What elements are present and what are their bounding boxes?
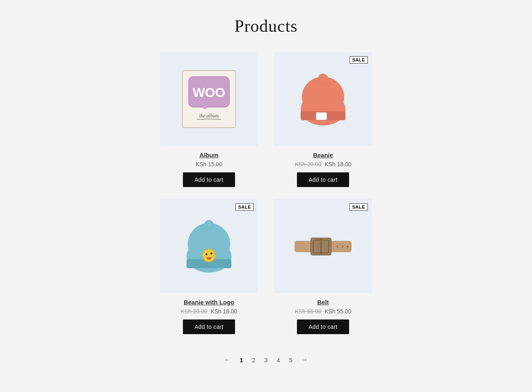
svg-point-13 bbox=[204, 220, 213, 229]
price-album: KSh 15.00 bbox=[196, 161, 222, 167]
svg-rect-8 bbox=[316, 112, 327, 120]
product-name-belt[interactable]: Belt bbox=[317, 299, 329, 306]
price-sale-beanie: KSh 18.00 bbox=[325, 161, 351, 167]
add-to-cart-beanie[interactable]: Add to cart bbox=[297, 172, 349, 187]
svg-text:WOO: WOO bbox=[193, 85, 225, 100]
product-image-beanie-logo[interactable]: SALE bbox=[160, 199, 258, 293]
svg-point-18 bbox=[207, 257, 211, 260]
pagination-page-3[interactable]: 3 bbox=[261, 355, 271, 365]
pagination-page-4[interactable]: 4 bbox=[273, 355, 283, 365]
sale-badge-beanie-logo: SALE bbox=[235, 203, 254, 211]
svg-point-9 bbox=[318, 74, 328, 84]
sale-badge-beanie: SALE bbox=[350, 56, 368, 64]
svg-point-27 bbox=[336, 246, 339, 248]
svg-text:the album: the album bbox=[199, 113, 219, 119]
product-image-belt[interactable]: SALE bbox=[274, 199, 372, 293]
add-to-cart-album[interactable]: Add to cart bbox=[183, 172, 235, 187]
product-card-belt: SALE bbox=[274, 199, 372, 334]
page-title: Products bbox=[235, 16, 298, 36]
svg-point-28 bbox=[342, 246, 344, 248]
pagination: ← 1 2 3 4 5 → bbox=[221, 355, 311, 365]
product-image-album[interactable]: WOO the album bbox=[160, 52, 258, 146]
price-sale-belt: KSh 55.00 bbox=[325, 308, 351, 315]
price-beanie: KSh 20.00 KSh 18.00 bbox=[295, 161, 352, 167]
album-illustration: WOO the album bbox=[174, 64, 244, 134]
svg-point-16 bbox=[211, 253, 213, 255]
pagination-page-2[interactable]: 2 bbox=[248, 355, 258, 365]
price-sale-beanie-logo: KSh 18.00 bbox=[211, 308, 237, 315]
product-name-album[interactable]: Album bbox=[200, 152, 219, 159]
product-card-beanie-logo: SALE Bea bbox=[160, 199, 258, 334]
pagination-next[interactable]: → bbox=[298, 355, 311, 365]
beanie-illustration bbox=[288, 64, 358, 134]
price-original-beanie-logo: KSh 20.00 bbox=[181, 308, 207, 315]
belt-illustration bbox=[288, 211, 358, 281]
beanie-logo-illustration bbox=[174, 211, 244, 281]
price-belt: KSh 65.00 KSh 55.00 bbox=[295, 308, 352, 315]
product-image-beanie[interactable]: SALE bbox=[274, 52, 372, 146]
product-card-beanie: SALE Beanie KSh 20.00 KSh 18.00 Add to c… bbox=[274, 52, 372, 187]
price-original-belt: KSh 65.00 bbox=[295, 308, 321, 315]
sale-badge-belt: SALE bbox=[350, 203, 368, 211]
product-name-beanie[interactable]: Beanie bbox=[313, 152, 333, 159]
pagination-page-5[interactable]: 5 bbox=[286, 355, 296, 365]
pagination-page-1[interactable]: 1 bbox=[236, 355, 246, 365]
svg-point-14 bbox=[202, 249, 215, 262]
product-name-beanie-logo[interactable]: Beanie with Logo bbox=[184, 299, 234, 306]
price-original-beanie: KSh 20.00 bbox=[295, 161, 321, 167]
add-to-cart-beanie-logo[interactable]: Add to cart bbox=[183, 319, 235, 334]
pagination-prev[interactable]: ← bbox=[221, 355, 234, 365]
add-to-cart-belt[interactable]: Add to cart bbox=[297, 319, 349, 334]
product-card-album: WOO the album Album KSh 15.00 Add to car… bbox=[160, 52, 258, 187]
products-grid: WOO the album Album KSh 15.00 Add to car… bbox=[160, 52, 372, 334]
price-beanie-logo: KSh 20.00 KSh 18.00 bbox=[181, 308, 237, 315]
price-regular-album: KSh 15.00 bbox=[196, 161, 222, 167]
